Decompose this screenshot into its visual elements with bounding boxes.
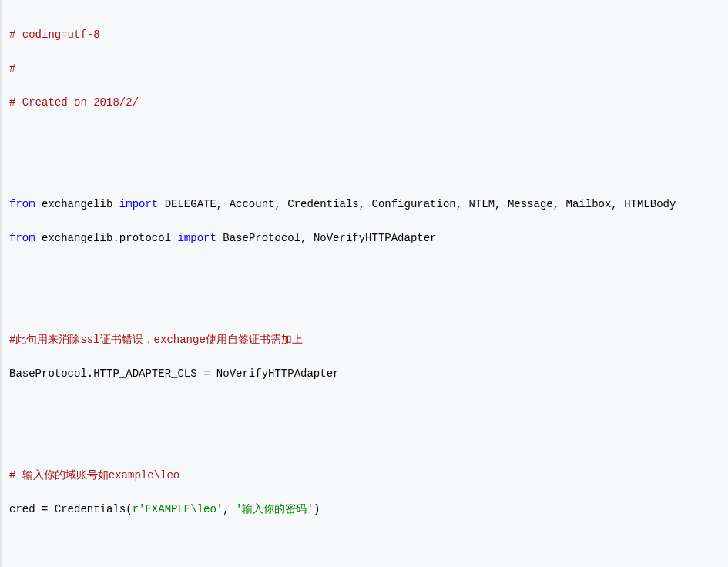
code-line: # coding=utf-8 (9, 26, 720, 43)
code-line (9, 399, 720, 416)
code-line: #此句用来消除ssl证书错误，exchange使用自签证书需加上 (9, 331, 720, 348)
comment: # (9, 62, 15, 75)
comment: #此句用来消除ssl证书错误，exchange使用自签证书需加上 (9, 334, 303, 346)
code-line: # 输入你的域账号如example\leo (9, 467, 720, 484)
kw-from: from (9, 232, 35, 244)
comment: # 输入你的域账号如example\leo (9, 469, 179, 481)
kw-import: import (119, 198, 158, 210)
string-raw: r'EXAMPLE\leo' (133, 503, 223, 515)
code-line: from exchangelib import DELEGATE, Accoun… (9, 196, 720, 213)
text: ) (314, 503, 320, 515)
comment: # coding=utf-8 (9, 29, 100, 41)
text: exchangelib (35, 198, 119, 210)
code-line: # (9, 60, 720, 77)
kw-from: from (9, 198, 35, 210)
code-line: from exchangelib.protocol import BasePro… (9, 230, 720, 247)
text: exchangelib.protocol (35, 232, 178, 244)
text: DELEGATE, Account, Credentials, Configur… (158, 198, 676, 210)
code-line (9, 433, 720, 450)
code-line: cred = Credentials(r'EXAMPLE\leo', '输入你的… (9, 501, 720, 518)
string: '输入你的密码' (236, 503, 314, 515)
comment: # Created on 2018/2/ (9, 96, 139, 109)
kw-import: import (177, 232, 216, 244)
code-line (9, 297, 720, 314)
code-line (9, 263, 720, 280)
text: BaseProtocol.HTTP_ADAPTER_CLS = NoVerify… (9, 367, 339, 380)
code-line: # Created on 2018/2/ (9, 94, 720, 111)
code-line: BaseProtocol.HTTP_ADAPTER_CLS = NoVerify… (9, 365, 720, 382)
code-line (9, 128, 720, 145)
code-line (9, 535, 720, 552)
text: , (223, 503, 236, 515)
text: BaseProtocol, NoVerifyHTTPAdapter (216, 232, 437, 244)
code-line (9, 162, 720, 179)
code-block: # coding=utf-8 # # Created on 2018/2/ fr… (0, 0, 728, 567)
text: cred = Credentials( (9, 503, 133, 515)
